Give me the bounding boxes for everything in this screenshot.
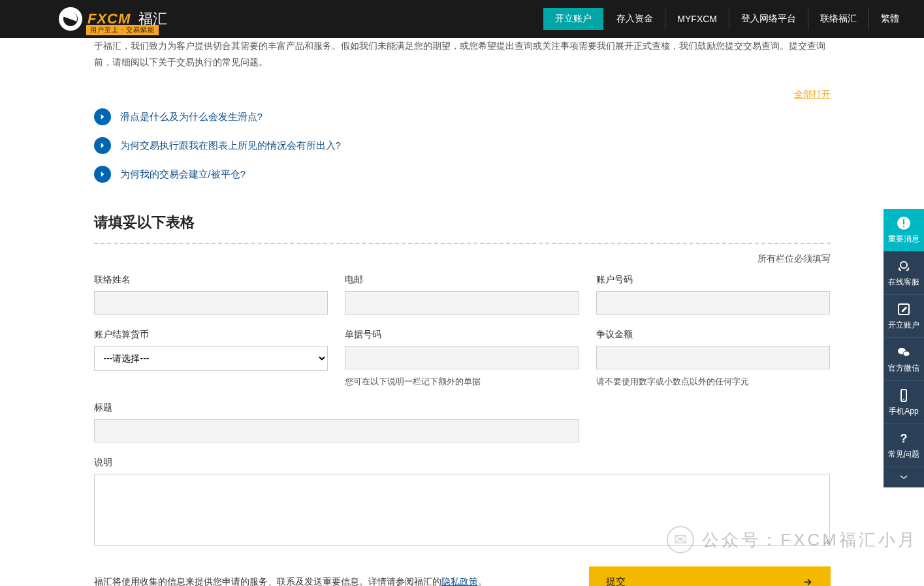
faq-question: 滑点是什么及为什么会发生滑点? — [120, 111, 263, 123]
label-currency: 账户结算货币 — [94, 329, 328, 341]
privacy-post: 。 — [478, 576, 487, 586]
side-label: 在线客服 — [888, 277, 919, 288]
form-grid: 联络姓名 电邮 账户号码 账户结算货币 ---请选择--- 单据号码 您可在以下… — [94, 274, 831, 546]
input-subject[interactable] — [94, 419, 579, 442]
field-description: 说明 — [94, 457, 831, 546]
svg-point-3 — [900, 262, 907, 268]
edit-icon — [896, 301, 912, 317]
select-currency[interactable]: ---请选择--- — [94, 346, 328, 371]
side-label: 常见问题 — [888, 449, 919, 460]
svg-text:?: ? — [900, 432, 908, 445]
label-ticket-no: 单据号码 — [345, 329, 579, 341]
input-email[interactable] — [345, 291, 579, 315]
hint-ticket-no: 您可在以下说明一栏记下额外的单据 — [345, 376, 579, 388]
faq-item[interactable]: 为何我的交易会建立/被平仓? — [94, 166, 831, 183]
privacy-text: 福汇将使用收集的信息来提供您申请的服务、联系及发送重要信息。详情请参阅福汇的隐私… — [94, 576, 569, 586]
svg-point-6 — [903, 351, 910, 356]
top-nav: 开立账户 存入资金 MYFXCM 登入网络平台 联络福汇 繁體 — [543, 8, 911, 30]
field-dispute-amt: 争议金额 请不要使用数字或小数点以外的任何字元 — [596, 329, 831, 388]
main-header: FXCM 福汇 用户至上 · 交易赋能 开立账户 存入资金 MYFXCM 登入网… — [0, 0, 924, 38]
side-collapse[interactable] — [884, 467, 924, 487]
arrow-right-icon — [94, 137, 111, 154]
alert-icon — [896, 215, 912, 231]
field-subject: 标题 — [94, 402, 579, 442]
side-open-account[interactable]: 开立账户 — [884, 295, 924, 338]
label-description: 说明 — [94, 457, 831, 469]
nav-traditional[interactable]: 繁體 — [869, 8, 911, 30]
faq-item[interactable]: 滑点是什么及为什么会发生滑点? — [94, 108, 831, 125]
intro-paragraph: 于福汇，我们致力为客户提供切合其需要的丰富产品和服务。假如我们未能满足您的期望，… — [94, 38, 831, 70]
side-label: 手机App — [889, 406, 918, 417]
arrow-right-icon — [94, 166, 111, 183]
label-account-no: 账户号码 — [596, 274, 831, 286]
logo-tagline: 用户至上 · 交易赋能 — [86, 25, 159, 35]
svg-rect-2 — [903, 226, 904, 227]
logo[interactable]: FXCM 福汇 用户至上 · 交易赋能 — [59, 7, 167, 31]
required-note: 所有栏位必须填写 — [94, 253, 831, 265]
side-label: 开立账户 — [888, 320, 919, 331]
logo-icon — [59, 7, 82, 31]
field-ticket-no: 单据号码 您可在以下说明一栏记下额外的单据 — [345, 329, 579, 388]
label-email: 电邮 — [345, 274, 579, 286]
submit-label: 提交 — [606, 576, 626, 586]
input-contact-name[interactable] — [94, 291, 328, 315]
side-label: 重要消息 — [888, 234, 919, 245]
headset-icon — [896, 258, 912, 274]
nav-deposit[interactable]: 存入资金 — [605, 8, 665, 30]
side-online-service[interactable]: 在线客服 — [884, 252, 924, 295]
hint-dispute-amt: 请不要使用数字或小数点以外的任何字元 — [596, 376, 831, 388]
expand-all-link[interactable]: 全部打开 — [794, 89, 831, 99]
form-heading: 请填妥以下表格 — [94, 213, 831, 232]
label-contact-name: 联络姓名 — [94, 274, 328, 286]
label-dispute-amt: 争议金额 — [596, 329, 831, 341]
side-mobile-app[interactable]: 手机App — [884, 381, 924, 424]
svg-point-8 — [903, 399, 904, 400]
input-dispute-amt[interactable] — [596, 346, 831, 369]
side-wechat[interactable]: 官方微信 — [884, 338, 924, 381]
input-account-no[interactable] — [596, 291, 831, 315]
field-currency: 账户结算货币 ---请选择--- — [94, 329, 328, 388]
label-subject: 标题 — [94, 402, 579, 414]
side-panel: 重要消息 在线客服 开立账户 官方微信 手机App ? 常见问题 — [884, 209, 924, 487]
textarea-description[interactable] — [94, 474, 831, 546]
faq-question: 为何我的交易会建立/被平仓? — [120, 168, 246, 181]
wechat-icon — [896, 345, 912, 360]
faq-item[interactable]: 为何交易执行跟我在图表上所见的情况会有所出入? — [94, 137, 831, 154]
privacy-row: 福汇将使用收集的信息来提供您申请的服务、联系及发送重要信息。详情请参阅福汇的隐私… — [94, 566, 831, 586]
expand-all-wrap: 全部打开 — [94, 89, 831, 100]
side-faq[interactable]: ? 常见问题 — [884, 424, 924, 467]
privacy-pre: 福汇将使用收集的信息来提供您申请的服务、联系及发送重要信息。详情请参阅福汇的 — [94, 576, 441, 586]
nav-myfxcm[interactable]: MYFXCM — [665, 8, 729, 29]
arrow-right-icon — [802, 576, 814, 586]
arrow-right-icon — [94, 108, 111, 125]
nav-contact[interactable]: 联络福汇 — [808, 8, 869, 30]
side-label: 官方微信 — [888, 363, 919, 374]
privacy-link[interactable]: 隐私政策 — [441, 576, 478, 586]
field-account-no: 账户号码 — [596, 274, 831, 315]
faq-question: 为何交易执行跟我在图表上所见的情况会有所出入? — [120, 140, 341, 152]
side-important-news[interactable]: 重要消息 — [884, 209, 924, 252]
svg-rect-1 — [903, 219, 904, 224]
main-content: 于福汇，我们致力为客户提供切合其需要的丰富产品和服务。假如我们未能满足您的期望，… — [81, 38, 844, 586]
input-ticket-no[interactable] — [345, 346, 579, 369]
submit-button[interactable]: 提交 — [589, 566, 831, 586]
field-contact-name: 联络姓名 — [94, 274, 328, 315]
phone-icon — [896, 388, 912, 403]
nav-open-account[interactable]: 开立账户 — [543, 8, 603, 30]
question-icon: ? — [896, 431, 912, 446]
nav-web-login[interactable]: 登入网络平台 — [729, 8, 808, 30]
chevron-down-icon — [899, 474, 909, 480]
field-email: 电邮 — [345, 274, 579, 315]
spacer — [596, 402, 831, 442]
form-divider — [94, 243, 831, 244]
